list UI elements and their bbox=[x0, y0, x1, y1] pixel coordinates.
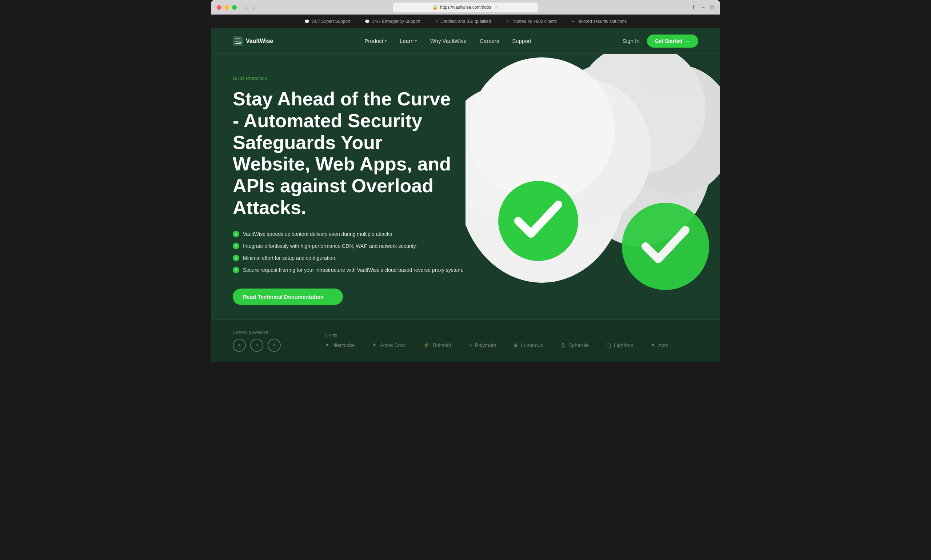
check-icon: ✓ bbox=[435, 19, 438, 24]
client-acm: ✦ Acm... bbox=[650, 342, 673, 349]
info-bar-item: ✂ Tailored security solutions bbox=[571, 19, 627, 24]
chevron-down-icon-2: ▾ bbox=[415, 39, 417, 43]
maximize-button[interactable] bbox=[232, 5, 237, 10]
url-text: https://vaultwise.com/ddos bbox=[440, 5, 491, 10]
client-name-2: Acme Corp bbox=[380, 342, 405, 348]
address-bar[interactable]: 🔒 https://vaultwise.com/ddos ↻ bbox=[393, 3, 538, 12]
check-icon-1 bbox=[233, 231, 239, 237]
nietzsche-icon: ✦ bbox=[325, 342, 330, 349]
svg-point-9 bbox=[469, 57, 615, 203]
hero-features-list: VaultWise speeds up content delivery eve… bbox=[233, 231, 489, 274]
hero-section: DDos Protection Stay Ahead of the Curve … bbox=[211, 54, 720, 319]
nav-learn[interactable]: Learn ▾ bbox=[400, 38, 417, 44]
lock-icon: 🔒 bbox=[432, 5, 438, 10]
client-name-5: Luminous bbox=[521, 342, 543, 348]
scissors-icon: ✂ bbox=[571, 19, 575, 24]
arrow-right-icon-2: → bbox=[327, 294, 333, 300]
certified-section: Certified & Awarded ⊛ ⊛ ⊛ bbox=[233, 330, 281, 352]
nav-product[interactable]: Product ▾ bbox=[364, 38, 387, 44]
client-polymath: ○ Polymath bbox=[469, 342, 496, 349]
shield-icon: 🛡 bbox=[506, 19, 510, 24]
client-acme: ✦ Acme Corp bbox=[372, 342, 405, 349]
hero-content: DDos Protection Stay Ahead of the Curve … bbox=[233, 75, 489, 305]
badge-2: ⊛ bbox=[250, 339, 263, 352]
client-name-1: Nietzsche bbox=[332, 342, 355, 348]
hero-feature-4: Secure request filtering for your infras… bbox=[233, 266, 489, 274]
clouds-svg bbox=[466, 54, 720, 297]
logo-text: VaultWise bbox=[246, 38, 273, 44]
read-docs-button[interactable]: Read Technical Documentation → bbox=[233, 289, 343, 305]
chat-icon-2: 💬 bbox=[365, 19, 370, 24]
navigation: VaultWise Product ▾ Learn ▾ Why VaultWis… bbox=[211, 28, 720, 54]
nav-support[interactable]: Support bbox=[512, 38, 531, 44]
minimize-button[interactable] bbox=[224, 5, 229, 10]
client-spherule: ◎ Spherule bbox=[560, 342, 589, 349]
acm-icon: ✦ bbox=[650, 342, 655, 349]
check-icon-2 bbox=[233, 243, 239, 249]
sign-in-link[interactable]: Sign In bbox=[623, 38, 640, 44]
client-boltshift: ⚡ Boltshift bbox=[423, 342, 451, 349]
nav-careers[interactable]: Careers bbox=[480, 38, 499, 44]
clients-label: Clients bbox=[325, 333, 698, 337]
logo[interactable]: VaultWise bbox=[233, 36, 273, 46]
info-text-4: Trusted by +800 clients bbox=[512, 19, 557, 24]
logo-icon bbox=[233, 36, 243, 46]
acme-icon: ✦ bbox=[372, 342, 377, 349]
client-name-4: Polymath bbox=[475, 342, 496, 348]
badge-list: ⊛ ⊛ ⊛ bbox=[233, 339, 281, 352]
bottom-bar: Certified & Awarded ⊛ ⊛ ⊛ Clients ✦ Niet… bbox=[211, 319, 720, 362]
hero-feature-1: VaultWise speeds up content delivery eve… bbox=[233, 231, 489, 238]
check-icon-4 bbox=[233, 267, 239, 273]
back-button[interactable]: ‹ bbox=[245, 5, 247, 10]
hero-feature-3: Minimal effort for setup and configurati… bbox=[233, 254, 489, 262]
nav-actions: Sign In Get Started → bbox=[623, 34, 698, 48]
info-text-5: Tailored security solutions bbox=[577, 19, 627, 24]
spherule-icon: ◎ bbox=[560, 342, 566, 349]
forward-button[interactable]: › bbox=[253, 5, 255, 10]
vertical-divider bbox=[302, 332, 303, 350]
hero-visual bbox=[466, 54, 720, 297]
chat-icon: 💬 bbox=[304, 19, 310, 24]
client-name-6: Spherule bbox=[569, 342, 589, 348]
nav-why[interactable]: Why VaultWise bbox=[430, 38, 467, 44]
info-text-1: 24/7 Expert Support bbox=[312, 19, 351, 24]
lightbox-icon: ◻ bbox=[606, 342, 611, 349]
info-bar-item: ✓ Certified and BSI qualified bbox=[435, 19, 491, 24]
nav-links: Product ▾ Learn ▾ Why VaultWise Careers … bbox=[364, 38, 531, 44]
client-name-3: Boltshift bbox=[433, 342, 451, 348]
info-text-3: Certified and BSI qualified bbox=[441, 19, 491, 24]
clients-section: Clients ✦ Nietzsche ✦ Acme Corp ⚡ Boltsh… bbox=[325, 333, 698, 349]
client-nietzsche: ✦ Nietzsche bbox=[325, 342, 355, 349]
info-bar-item: 💬 24/7 Expert Support bbox=[304, 19, 351, 24]
close-button[interactable] bbox=[217, 5, 222, 10]
hero-badge: DDos Protection bbox=[233, 75, 489, 81]
boltshift-icon: ⚡ bbox=[423, 342, 430, 349]
hero-title: Stay Ahead of the Curve - Automated Secu… bbox=[233, 88, 458, 219]
info-bar: 💬 24/7 Expert Support 💬 24/7 Emergency S… bbox=[211, 15, 720, 28]
client-lightbox: ◻ Lightbox bbox=[606, 342, 633, 349]
browser-titlebar: ‹ › 🔒 https://vaultwise.com/ddos ↻ ⬆ ＋ ⧉ bbox=[211, 0, 720, 15]
get-started-button[interactable]: Get Started → bbox=[647, 34, 698, 48]
badge-1: ⊛ bbox=[233, 339, 246, 352]
tabs-icon[interactable]: ⧉ bbox=[710, 4, 714, 11]
hero-feature-2: Integrate effortlessly with high-perform… bbox=[233, 242, 489, 250]
chevron-down-icon: ▾ bbox=[385, 39, 387, 43]
client-luminous: ◈ Luminous bbox=[513, 342, 543, 349]
client-name-8: Acm... bbox=[658, 342, 673, 348]
arrow-right-icon: → bbox=[685, 38, 690, 44]
share-icon[interactable]: ⬆ bbox=[691, 4, 696, 11]
website-content: 💬 24/7 Expert Support 💬 24/7 Emergency S… bbox=[211, 15, 720, 362]
polymath-icon: ○ bbox=[469, 342, 472, 349]
refresh-icon: ↻ bbox=[495, 5, 499, 10]
badge-3: ⊛ bbox=[268, 339, 281, 352]
new-tab-icon[interactable]: ＋ bbox=[700, 4, 706, 11]
info-bar-item: 💬 24/7 Emergency Support bbox=[365, 19, 421, 24]
info-text-2: 24/7 Emergency Support bbox=[372, 19, 421, 24]
clients-list: ✦ Nietzsche ✦ Acme Corp ⚡ Boltshift ○ Po… bbox=[325, 342, 698, 349]
info-bar-item: 🛡 Trusted by +800 clients bbox=[506, 19, 557, 24]
certified-label: Certified & Awarded bbox=[233, 330, 281, 334]
check-icon-3 bbox=[233, 255, 239, 261]
client-name-7: Lightbox bbox=[614, 342, 633, 348]
luminous-icon: ◈ bbox=[513, 342, 518, 349]
